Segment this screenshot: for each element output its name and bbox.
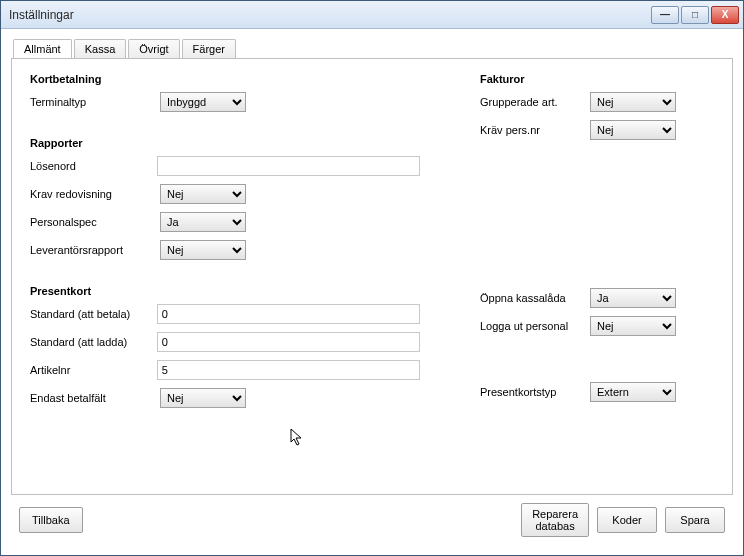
terminaltyp-label: Terminaltyp bbox=[30, 96, 160, 108]
titlebar: Inställningar — □ X bbox=[1, 1, 743, 29]
terminaltyp-select[interactable]: Inbyggd bbox=[160, 92, 246, 112]
reparera-databas-button[interactable]: Reparera databas bbox=[521, 503, 589, 537]
endast-betalfalt-select[interactable]: Nej bbox=[160, 388, 246, 408]
tab-farger[interactable]: Färger bbox=[182, 39, 236, 59]
tab-ovrigt[interactable]: Övrigt bbox=[128, 39, 179, 59]
content-area: Allmänt Kassa Övrigt Färger Kortbetalnin… bbox=[1, 29, 743, 555]
krav-persnr-label: Kräv pers.nr bbox=[480, 124, 590, 136]
tab-allmant[interactable]: Allmänt bbox=[13, 39, 72, 59]
krav-redovisning-label: Krav redovisning bbox=[30, 188, 160, 200]
personalspec-label: Personalspec bbox=[30, 216, 160, 228]
losenord-input[interactable] bbox=[157, 156, 420, 176]
artikelnr-label: Artikelnr bbox=[30, 364, 157, 376]
grupperade-label: Grupperade art. bbox=[480, 96, 590, 108]
settings-window: Inställningar — □ X Allmänt Kassa Övrigt… bbox=[0, 0, 744, 556]
std-ladda-label: Standard (att ladda) bbox=[30, 336, 157, 348]
leverantorsrapport-select[interactable]: Nej bbox=[160, 240, 246, 260]
section-presentkort: Presentkort bbox=[30, 285, 420, 297]
krav-persnr-select[interactable]: Nej bbox=[590, 120, 676, 140]
reparera-line1: Reparera bbox=[532, 508, 578, 520]
presentkortstyp-select[interactable]: Extern bbox=[590, 382, 676, 402]
koder-button[interactable]: Koder bbox=[597, 507, 657, 533]
tab-bar: Allmänt Kassa Övrigt Färger bbox=[11, 39, 733, 59]
losenord-label: Lösenord bbox=[30, 160, 157, 172]
endast-betalfalt-label: Endast betalfält bbox=[30, 392, 160, 404]
maximize-button[interactable]: □ bbox=[681, 6, 709, 24]
spara-button[interactable]: Spara bbox=[665, 507, 725, 533]
section-fakturor: Fakturor bbox=[480, 73, 690, 85]
cursor-icon bbox=[290, 428, 304, 446]
oppna-kassalada-select[interactable]: Ja bbox=[590, 288, 676, 308]
close-button[interactable]: X bbox=[711, 6, 739, 24]
reparera-line2: databas bbox=[535, 520, 574, 532]
tab-kassa[interactable]: Kassa bbox=[74, 39, 127, 59]
tab-panel-allmant: Kortbetalning Terminaltyp Inbyggd Rappor… bbox=[11, 58, 733, 495]
minimize-button[interactable]: — bbox=[651, 6, 679, 24]
oppna-kassalada-label: Öppna kassalåda bbox=[480, 292, 590, 304]
window-title: Inställningar bbox=[9, 8, 651, 22]
section-rapporter: Rapporter bbox=[30, 137, 420, 149]
grupperade-select[interactable]: Nej bbox=[590, 92, 676, 112]
logga-ut-select[interactable]: Nej bbox=[590, 316, 676, 336]
std-betala-label: Standard (att betala) bbox=[30, 308, 157, 320]
artikelnr-input[interactable] bbox=[157, 360, 420, 380]
personalspec-select[interactable]: Ja bbox=[160, 212, 246, 232]
presentkortstyp-label: Presentkortstyp bbox=[480, 386, 590, 398]
std-ladda-input[interactable] bbox=[157, 332, 420, 352]
std-betala-input[interactable] bbox=[157, 304, 420, 324]
logga-ut-label: Logga ut personal bbox=[480, 320, 590, 332]
button-bar: Tillbaka Reparera databas Koder Spara bbox=[11, 495, 733, 545]
section-kortbetalning: Kortbetalning bbox=[30, 73, 420, 85]
leverantorsrapport-label: Leverantörsrapport bbox=[30, 244, 160, 256]
tillbaka-button[interactable]: Tillbaka bbox=[19, 507, 83, 533]
krav-redovisning-select[interactable]: Nej bbox=[160, 184, 246, 204]
